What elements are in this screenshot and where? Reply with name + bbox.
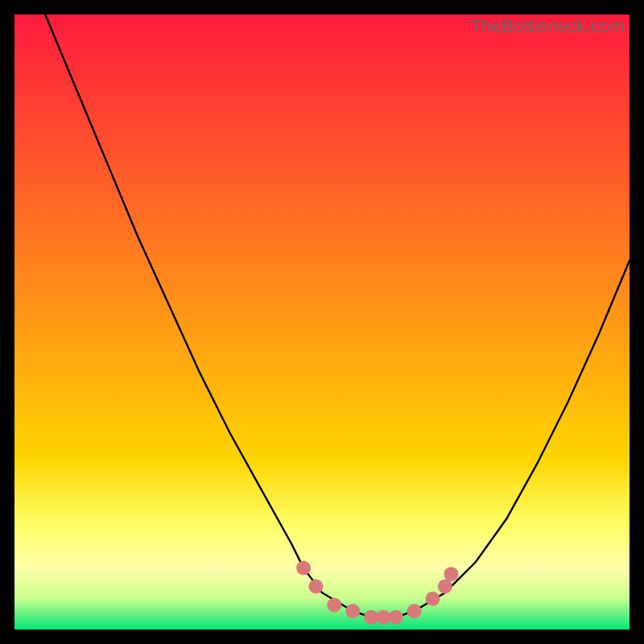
highlight-dot xyxy=(426,592,440,606)
highlight-dot xyxy=(345,604,360,618)
chart-frame: TheBottleneck.com xyxy=(14,14,630,630)
watermark-text: TheBottleneck.com xyxy=(470,16,625,37)
bottleneck-chart xyxy=(14,14,630,630)
highlight-dot xyxy=(308,580,323,594)
highlight-dot xyxy=(296,561,311,576)
highlight-dot xyxy=(327,597,341,612)
highlight-dot xyxy=(438,580,452,594)
highlight-dot xyxy=(389,610,403,625)
highlight-dot xyxy=(444,567,458,581)
highlight-dot xyxy=(376,610,390,625)
highlight-dot xyxy=(407,604,422,618)
gradient-background xyxy=(14,14,630,630)
